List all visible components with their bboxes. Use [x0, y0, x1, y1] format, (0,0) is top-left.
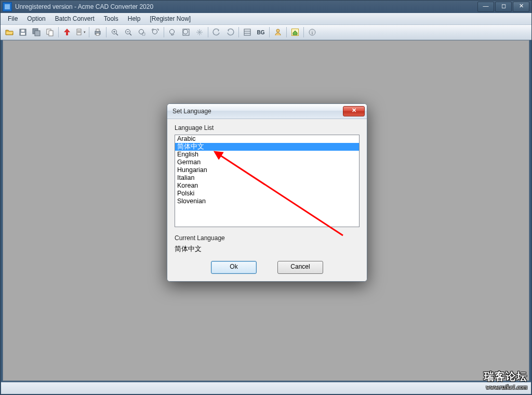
main-window: Unregistered version - Acme CAD Converte… [0, 0, 532, 395]
zoom-previous-icon[interactable] [166, 26, 179, 38]
open-icon[interactable] [3, 26, 16, 38]
zoom-window-icon[interactable] [136, 26, 148, 38]
pan-icon[interactable] [193, 26, 206, 38]
minimize-button[interactable]: — [477, 2, 494, 12]
cancel-button[interactable]: Cancel [277, 261, 323, 274]
zoom-out-icon[interactable] [122, 26, 135, 38]
close-button[interactable]: ✕ [513, 2, 529, 12]
language-option[interactable]: Arabic [175, 135, 359, 143]
save-icon[interactable] [17, 26, 29, 38]
svg-rect-10 [96, 33, 99, 35]
language-option[interactable]: German [175, 159, 359, 166]
window-controls: — ◻ ✕ [477, 2, 529, 12]
print-icon[interactable] [91, 26, 104, 38]
svg-rect-2 [21, 30, 24, 32]
svg-rect-19 [142, 33, 145, 35]
toolbar-separator [238, 27, 239, 37]
toolbar-separator [269, 27, 270, 37]
svg-point-20 [153, 30, 157, 34]
svg-rect-6 [49, 31, 53, 36]
language-option[interactable]: Italian [175, 174, 359, 182]
dialog-title: Set Language [172, 108, 343, 115]
document-dropdown-icon[interactable]: ▾ [74, 26, 87, 38]
toolbar-separator [106, 27, 107, 37]
zoom-all-icon[interactable] [180, 26, 192, 38]
dialog-button-row: Ok Cancel [175, 261, 360, 274]
toolbar-separator [286, 27, 287, 37]
language-option[interactable]: Slovenian [175, 198, 359, 205]
watermark-text-2: www.ruike1.com [484, 384, 527, 391]
language-listbox[interactable]: Arabic简体中文EnglishGermanHungarianItalianK… [175, 135, 360, 227]
menu-batch-convert[interactable]: Batch Convert [51, 14, 99, 23]
rotate-right-icon[interactable] [224, 26, 236, 38]
app-icon [3, 2, 12, 11]
svg-rect-1 [21, 33, 25, 35]
toolbar-separator [58, 27, 59, 37]
dialog-titlebar[interactable]: Set Language ✕ [167, 104, 367, 119]
toolbar-separator [303, 27, 304, 37]
language-list-label: Language List [175, 124, 360, 131]
titlebar: Unregistered version - Acme CAD Converte… [1, 1, 531, 13]
toolbar: ▾ BG i [1, 25, 531, 40]
svg-line-12 [116, 34, 118, 36]
toolbar-separator [164, 27, 164, 37]
svg-point-22 [183, 30, 188, 34]
menu-tools[interactable]: Tools [100, 14, 123, 23]
zoom-extents-icon[interactable] [149, 26, 162, 38]
ok-button[interactable]: Ok [211, 261, 257, 274]
toolbar-separator [208, 27, 208, 37]
set-language-dialog: Set Language ✕ Language List Arabic简体中文E… [167, 103, 367, 282]
rotate-left-icon[interactable] [210, 26, 223, 38]
zoom-in-icon[interactable] [109, 26, 121, 38]
svg-rect-24 [244, 29, 250, 35]
bg-color-button[interactable]: BG [255, 26, 267, 38]
watermark: 瑞客论坛 www.ruike1.com [484, 370, 527, 391]
svg-line-16 [130, 34, 132, 36]
menu-help[interactable]: Help [124, 14, 145, 23]
menu-option[interactable]: Option [23, 14, 49, 23]
language-option[interactable]: Polski [175, 190, 359, 198]
copy-icon[interactable] [44, 26, 56, 38]
svg-rect-9 [96, 29, 99, 31]
svg-point-21 [170, 30, 175, 34]
watermark-text-1: 瑞客论坛 [484, 370, 527, 384]
statusbar [1, 382, 531, 394]
language-option[interactable]: Korean [175, 182, 359, 190]
svg-rect-4 [35, 31, 40, 36]
menubar: File Option Batch Convert Tools Help [Re… [1, 13, 531, 25]
language-option[interactable]: Hungarian [175, 166, 359, 174]
language-option[interactable]: English [175, 151, 359, 159]
toolbar-separator [89, 27, 89, 37]
svg-point-18 [139, 30, 144, 34]
save-all-icon[interactable] [30, 26, 43, 38]
svg-point-27 [276, 29, 280, 32]
current-language-value: 简体中文 [175, 245, 360, 254]
user-icon[interactable] [272, 26, 284, 38]
menu-file[interactable]: File [4, 14, 22, 23]
info-icon[interactable]: i [306, 26, 318, 38]
language-option[interactable]: 简体中文 [175, 143, 359, 151]
maximize-button[interactable]: ◻ [495, 2, 512, 12]
window-title: Unregistered version - Acme CAD Converte… [15, 3, 477, 10]
menu-register-now[interactable]: [Register Now] [145, 14, 195, 23]
dialog-body: Language List Arabic简体中文EnglishGermanHun… [167, 119, 367, 281]
current-language-label: Current Language [175, 234, 360, 242]
home-icon[interactable] [289, 26, 301, 38]
layers-icon[interactable] [241, 26, 254, 38]
dialog-close-button[interactable]: ✕ [343, 106, 365, 116]
pdf-export-icon[interactable] [61, 26, 73, 38]
